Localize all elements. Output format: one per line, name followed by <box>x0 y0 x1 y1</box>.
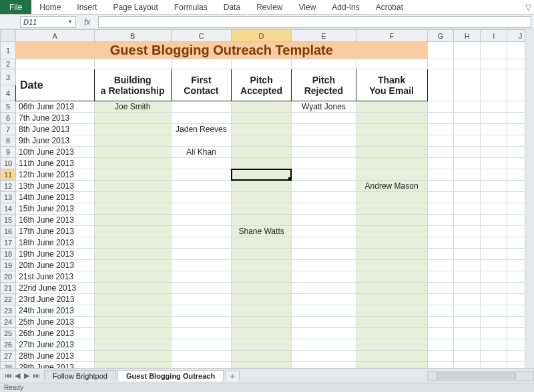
cell-pitch-accepted[interactable] <box>232 283 292 294</box>
cell-date[interactable]: 06th June 2013 <box>16 101 94 113</box>
cell[interactable] <box>454 203 481 215</box>
formula-input[interactable] <box>98 16 531 28</box>
prev-tab-icon[interactable]: ◀ <box>13 371 21 380</box>
cell-building[interactable] <box>94 226 171 237</box>
sheet-tab-follow-brightpod[interactable]: Follow Brightpod <box>44 370 116 381</box>
cell-pitch-rejected[interactable] <box>292 294 356 305</box>
cell[interactable] <box>454 181 481 192</box>
row-header-25[interactable]: 25 <box>1 328 16 339</box>
cell[interactable] <box>454 113 481 124</box>
cell[interactable] <box>481 317 507 328</box>
cell-first-contact[interactable] <box>171 260 231 271</box>
cell[interactable] <box>481 158 507 169</box>
cell-thank-you[interactable] <box>356 113 427 124</box>
select-all-corner[interactable] <box>1 30 16 42</box>
cell-first-contact[interactable] <box>171 317 231 328</box>
cell-thank-you[interactable]: Andrew Mason <box>356 181 427 192</box>
cell[interactable] <box>454 101 481 113</box>
cell-building[interactable] <box>94 192 171 203</box>
row-header-13[interactable]: 13 <box>1 192 16 203</box>
file-tab[interactable]: File <box>0 0 31 14</box>
cell-first-contact[interactable] <box>171 294 231 305</box>
cell-thank-you[interactable] <box>356 226 427 237</box>
cell-building[interactable] <box>94 158 171 169</box>
cell-pitch-accepted[interactable] <box>232 135 292 147</box>
new-sheet-button[interactable]: ✳ <box>225 371 240 381</box>
column-header-B[interactable]: B <box>94 30 171 42</box>
cell-building[interactable] <box>94 305 171 317</box>
cell[interactable] <box>481 181 507 192</box>
cell[interactable] <box>427 169 454 181</box>
cell-first-contact[interactable] <box>171 339 231 351</box>
sheet-tab-nav[interactable]: ⏮ ◀ ▶ ⏭ <box>0 371 44 380</box>
cell-thank-you[interactable] <box>356 351 427 362</box>
title-cell[interactable]: Guest Blogging Outreach Template <box>16 42 428 59</box>
cell-date[interactable]: 24th June 2013 <box>16 305 94 317</box>
cell[interactable] <box>356 59 427 69</box>
cell-pitch-rejected[interactable] <box>292 192 356 203</box>
row-header-27[interactable]: 27 <box>1 351 16 362</box>
cell[interactable] <box>454 249 481 260</box>
cell-pitch-rejected[interactable]: Wyatt Jones <box>292 101 356 113</box>
cell[interactable] <box>427 181 454 192</box>
cell[interactable] <box>427 203 454 215</box>
cell-pitch-accepted[interactable] <box>232 237 292 249</box>
cell[interactable] <box>481 135 507 147</box>
cell-pitch-accepted[interactable]: Shane Watts <box>232 226 292 237</box>
cell-pitch-accepted[interactable] <box>232 294 292 305</box>
row-header-14[interactable]: 14 <box>1 203 16 215</box>
cell[interactable] <box>427 328 454 339</box>
cell-first-contact[interactable] <box>171 328 231 339</box>
cell[interactable] <box>481 169 507 181</box>
cell[interactable] <box>481 305 507 317</box>
row-header-23[interactable]: 23 <box>1 305 16 317</box>
cell-building[interactable] <box>94 147 171 158</box>
cell-building[interactable] <box>94 237 171 249</box>
first-tab-icon[interactable]: ⏮ <box>4 371 12 380</box>
cell-pitch-accepted[interactable] <box>232 169 292 181</box>
cell-date[interactable]: 10th June 2013 <box>16 147 94 158</box>
cell-building[interactable] <box>94 328 171 339</box>
cell[interactable] <box>454 328 481 339</box>
column-header-I[interactable]: I <box>481 30 507 42</box>
cell[interactable] <box>454 69 481 101</box>
cell-date[interactable]: 11th June 2013 <box>16 158 94 169</box>
cell-thank-you[interactable] <box>356 101 427 113</box>
cell-date[interactable]: 14th June 2013 <box>16 192 94 203</box>
cell-first-contact[interactable] <box>171 101 231 113</box>
cell-pitch-accepted[interactable] <box>232 113 292 124</box>
cell-thank-you[interactable] <box>356 317 427 328</box>
cell-pitch-accepted[interactable] <box>232 147 292 158</box>
cell-pitch-accepted[interactable] <box>232 181 292 192</box>
cell[interactable] <box>454 226 481 237</box>
cell-building[interactable] <box>94 249 171 260</box>
cell-pitch-accepted[interactable] <box>232 260 292 271</box>
cell[interactable] <box>427 226 454 237</box>
cell[interactable] <box>427 260 454 271</box>
cell-first-contact[interactable] <box>171 351 231 362</box>
name-box[interactable]: D11 ▼ <box>20 16 76 28</box>
cell-first-contact[interactable] <box>171 113 231 124</box>
cell-building[interactable] <box>94 203 171 215</box>
cell[interactable] <box>427 69 454 101</box>
header-col-2[interactable]: FirstContact <box>171 69 231 101</box>
cell[interactable] <box>232 59 292 69</box>
cell-first-contact[interactable] <box>171 135 231 147</box>
header-date[interactable]: Date <box>16 69 94 101</box>
cell[interactable] <box>454 260 481 271</box>
cell-first-contact[interactable] <box>171 226 231 237</box>
last-tab-icon[interactable]: ⏭ <box>32 371 40 380</box>
cell[interactable] <box>427 147 454 158</box>
cell[interactable] <box>427 59 454 69</box>
cell-first-contact[interactable] <box>171 249 231 260</box>
cell[interactable] <box>427 135 454 147</box>
header-col-4[interactable]: PitchRejected <box>292 69 356 101</box>
cell-date[interactable]: 16th June 2013 <box>16 215 94 226</box>
cell-first-contact[interactable] <box>171 169 231 181</box>
cell-pitch-rejected[interactable] <box>292 237 356 249</box>
cell-thank-you[interactable] <box>356 260 427 271</box>
cell-date[interactable]: 23rd June 2013 <box>16 294 94 305</box>
cell[interactable] <box>427 158 454 169</box>
cell[interactable] <box>454 294 481 305</box>
row-header-2[interactable]: 2 <box>1 59 16 69</box>
